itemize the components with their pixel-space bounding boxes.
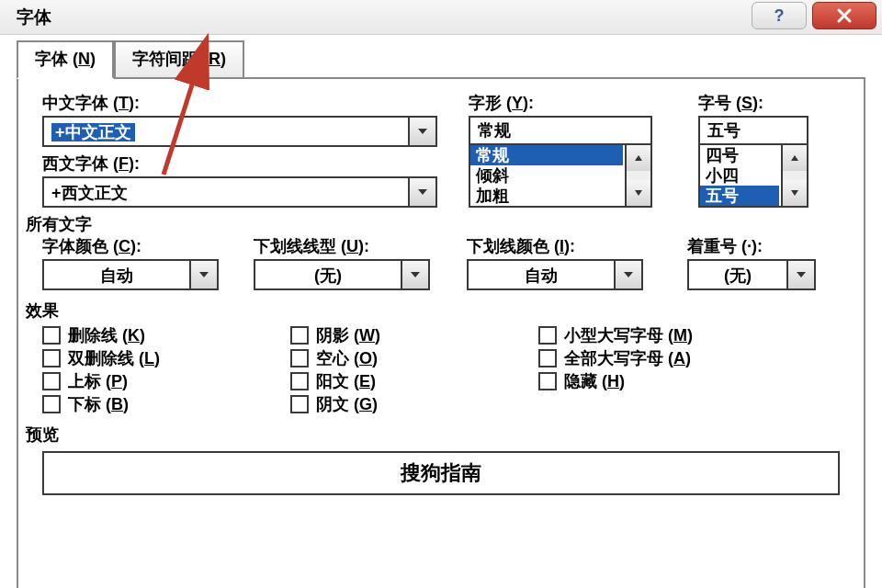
checkbox-label: 阳文 (E) <box>316 370 376 392</box>
underline-combo[interactable]: (无) <box>254 259 430 290</box>
scrollbar[interactable] <box>625 145 650 206</box>
checkbox-icon <box>538 372 557 390</box>
list-item[interactable]: 倾斜 <box>470 165 623 186</box>
effect-checkbox[interactable]: 空心 (O) <box>290 347 538 369</box>
window-title: 字体 <box>17 6 51 29</box>
label-underline: 下划线线型 (U): <box>254 235 447 257</box>
checkbox-icon <box>538 349 557 368</box>
dropdown-arrow-icon[interactable] <box>401 261 428 288</box>
scroll-down-icon[interactable] <box>783 180 807 206</box>
checkbox-icon <box>290 395 309 413</box>
help-button[interactable]: ? <box>752 2 807 29</box>
dropdown-arrow-icon[interactable] <box>408 118 435 145</box>
effect-checkbox[interactable]: 删除线 (K) <box>42 324 290 346</box>
dropdown-arrow-icon[interactable] <box>786 261 814 288</box>
scrollbar[interactable] <box>781 145 807 206</box>
label-style: 字形 (Y): <box>469 92 680 114</box>
effect-checkbox[interactable]: 上标 (P) <box>42 370 290 392</box>
effect-checkbox[interactable]: 小型大写字母 (M) <box>538 324 814 346</box>
dropdown-arrow-icon[interactable] <box>189 261 217 288</box>
titlebar: 字体 <box>0 0 882 35</box>
checkbox-icon <box>290 349 309 368</box>
list-item[interactable]: 四号 <box>700 145 779 165</box>
tab-font[interactable]: 字体 (N) <box>17 40 114 79</box>
checkbox-icon <box>290 372 309 390</box>
scroll-up-icon[interactable] <box>783 145 807 171</box>
scroll-down-icon[interactable] <box>627 180 650 206</box>
effects-col2: 阴影 (W)空心 (O)阳文 (E)阴文 (G) <box>290 323 538 416</box>
font-dialog: 字体 ? 字体 (N) 字符间距 (R) <box>0 0 882 588</box>
close-button[interactable] <box>812 2 876 29</box>
dropdown-arrow-icon[interactable] <box>408 178 435 206</box>
label-underline-color: 下划线颜色 (I): <box>467 235 660 257</box>
group-preview: 预览 <box>26 424 840 446</box>
tab-panel: 中文字体 (T): +中文正文 西文字体 (F): +西文正文 <box>17 77 865 588</box>
group-all-text: 所有文字 <box>26 213 840 235</box>
style-list[interactable]: 常规 倾斜 加粗 <box>469 143 652 208</box>
dropdown-arrow-icon[interactable] <box>614 261 641 288</box>
checkbox-label: 阴文 (G) <box>316 393 378 415</box>
list-item[interactable]: 五号 <box>700 186 779 206</box>
client-area: 字体 (N) 字符间距 (R) 中文字体 (T): <box>0 35 882 588</box>
group-effects: 效果 <box>26 300 840 322</box>
latin-font-combo[interactable]: +西文正文 <box>42 176 437 208</box>
font-color-combo[interactable]: 自动 <box>42 259 219 290</box>
label-emphasis: 着重号 (·): <box>687 235 834 257</box>
effect-checkbox[interactable]: 下标 (B) <box>42 393 290 415</box>
effects-col1: 删除线 (K)双删除线 (L)上标 (P)下标 (B) <box>42 323 290 416</box>
checkbox-label: 小型大写字母 (M) <box>564 324 693 346</box>
size-list[interactable]: 四号 小四 五号 <box>698 143 808 208</box>
list-item[interactable]: 常规 <box>470 145 623 165</box>
list-item[interactable]: 小四 <box>700 165 779 186</box>
tab-spacing[interactable]: 字符间距 (R) <box>114 40 244 79</box>
checkbox-icon <box>42 349 61 368</box>
checkbox-label: 隐藏 (H) <box>564 370 625 392</box>
scroll-up-icon[interactable] <box>627 145 650 171</box>
label-chinese-font: 中文字体 (T): <box>42 92 437 114</box>
checkbox-label: 阴影 (W) <box>316 324 380 346</box>
effect-checkbox[interactable]: 阴文 (G) <box>290 393 538 415</box>
tab-row: 字体 (N) 字符间距 (R) <box>17 40 865 79</box>
effects-col3: 小型大写字母 (M)全部大写字母 (A)隐藏 (H) <box>538 323 814 416</box>
preview-box: 搜狗指南 <box>42 451 840 495</box>
preview-text: 搜狗指南 <box>401 459 481 487</box>
checkbox-label: 删除线 (K) <box>68 324 145 346</box>
checkbox-icon <box>290 326 309 345</box>
effect-checkbox[interactable]: 阴影 (W) <box>290 324 538 346</box>
emphasis-combo[interactable]: (无) <box>687 259 816 290</box>
checkbox-icon <box>42 372 61 390</box>
list-item[interactable]: 加粗 <box>470 186 623 206</box>
checkbox-label: 全部大写字母 (A) <box>564 347 691 369</box>
effect-checkbox[interactable]: 全部大写字母 (A) <box>538 347 814 369</box>
checkbox-label: 空心 (O) <box>316 347 378 369</box>
underline-color-combo[interactable]: 自动 <box>467 259 643 290</box>
size-input[interactable]: 五号 <box>698 116 808 143</box>
effect-checkbox[interactable]: 隐藏 (H) <box>538 370 814 392</box>
style-input[interactable]: 常规 <box>469 116 652 143</box>
checkbox-icon <box>42 326 61 345</box>
label-latin-font: 西文字体 (F): <box>42 153 437 175</box>
effect-checkbox[interactable]: 双删除线 (L) <box>42 347 290 369</box>
checkbox-label: 下标 (B) <box>68 393 129 415</box>
label-font-color: 字体颜色 (C): <box>42 235 233 257</box>
checkbox-label: 双删除线 (L) <box>68 347 160 369</box>
titlebar-buttons: ? <box>752 2 876 29</box>
effect-checkbox[interactable]: 阳文 (E) <box>290 370 538 392</box>
chinese-font-combo[interactable]: +中文正文 <box>42 116 437 147</box>
label-size: 字号 (S): <box>698 92 836 114</box>
checkbox-icon <box>42 395 61 413</box>
checkbox-icon <box>538 326 557 345</box>
checkbox-label: 上标 (P) <box>68 370 128 392</box>
